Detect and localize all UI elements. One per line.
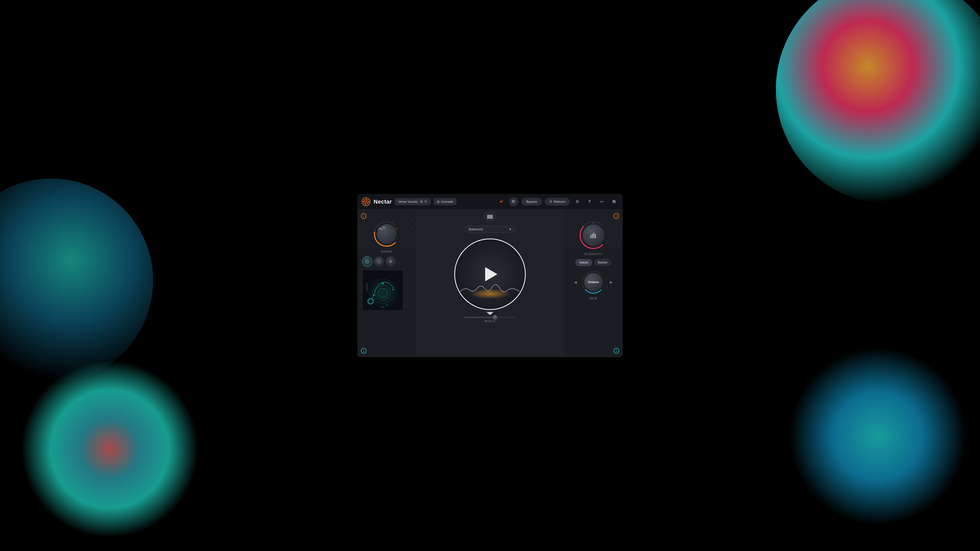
small-buttons-row	[363, 257, 411, 266]
svg-point-20	[389, 261, 390, 262]
slider-fill	[465, 317, 495, 318]
octaves-knob[interactable]: Octaves	[584, 273, 603, 291]
octaves-value: 34 %	[590, 297, 597, 300]
grid-icon: ⊞	[437, 200, 439, 203]
unmask-button[interactable]: ⊞ Unmask	[434, 198, 457, 205]
main-content: i	[357, 210, 623, 357]
center-controls: Balanced ▾	[421, 213, 559, 323]
dropdown-arrow-icon: ▾	[509, 227, 511, 231]
svg-point-3	[501, 200, 503, 202]
settings-small-button[interactable]	[386, 257, 396, 266]
info-dot-bottom-right[interactable]: i	[614, 348, 619, 354]
preset-label: Verse Vocals - N	[398, 200, 423, 203]
logo-icon	[361, 197, 371, 206]
intensity-knob-container: INTENSITY	[578, 220, 609, 256]
bypass-button[interactable]: Bypass	[522, 198, 542, 205]
svg-rect-5	[514, 200, 515, 201]
visualizer-card[interactable]: Intensity Mix	[363, 270, 403, 311]
shape-knob-ring	[372, 220, 401, 248]
info-dot-bottom-left[interactable]: i	[361, 348, 366, 354]
right-panel: i	[564, 210, 623, 357]
play-circle-wrap	[454, 238, 526, 310]
shape-knob[interactable]	[377, 224, 396, 244]
svg-text:Mix: Mix	[381, 306, 384, 308]
preset-button[interactable]: Verse Vocals - N ✎	[395, 198, 430, 205]
decorative-blob-bottom-left	[21, 360, 199, 538]
svg-rect-38	[491, 215, 492, 219]
play-chevron	[487, 312, 493, 315]
svg-point-14	[366, 261, 368, 262]
mode-dropdown[interactable]: Balanced ▾	[465, 225, 515, 233]
center-panel: Balanced ▾	[416, 210, 564, 357]
svg-rect-46	[592, 233, 593, 238]
octaves-next-button[interactable]: ▶	[608, 279, 614, 285]
grid-view-button[interactable]	[509, 197, 518, 206]
intensity-knob[interactable]	[583, 224, 604, 246]
mix-indicator[interactable]	[368, 299, 373, 304]
octaves-knob-label: Octaves	[588, 280, 599, 284]
svg-point-21	[392, 261, 393, 262]
play-glow	[469, 289, 511, 299]
width-slider[interactable]	[465, 317, 515, 318]
decorative-blob-bottom-right	[789, 347, 967, 526]
svg-point-19	[390, 262, 391, 263]
play-icon	[485, 267, 497, 281]
svg-point-28	[382, 283, 383, 284]
svg-line-12	[396, 228, 397, 229]
eq-button[interactable]	[363, 257, 372, 266]
help-button[interactable]: ?	[585, 197, 594, 206]
slider-thumb[interactable]	[493, 315, 497, 320]
svg-point-30	[373, 295, 375, 296]
shape-knob-container: SHAPE	[363, 220, 411, 253]
voice-buttons: Voices Backer	[576, 259, 611, 266]
svg-rect-37	[490, 215, 491, 219]
width-section: WIDTH	[421, 317, 559, 323]
svg-text:Intensity: Intensity	[366, 283, 368, 292]
intensity-knob-ring	[578, 220, 609, 251]
relearn-button[interactable]: ↺ Relearn	[545, 198, 570, 205]
svg-point-16	[378, 261, 380, 262]
left-panel: i	[357, 210, 416, 357]
plugin-window: Nectar Verse Vocals - N ✎ ⊞ Unmask Bypas	[357, 194, 623, 357]
svg-rect-6	[512, 202, 513, 203]
refresh-icon: ↺	[549, 200, 552, 203]
svg-rect-4	[512, 200, 513, 201]
octaves-section: ◀ Octaves ▶ 34 %	[569, 269, 617, 300]
dots-view-button[interactable]	[497, 197, 506, 206]
svg-rect-45	[590, 235, 591, 238]
settings-button[interactable]: ⚙	[573, 197, 582, 206]
ni-button[interactable]: N	[609, 197, 619, 206]
svg-rect-36	[489, 215, 490, 219]
voices-button[interactable]: Voices	[576, 259, 592, 266]
app-title: Nectar	[374, 198, 392, 205]
octaves-row: ◀ Octaves ▶	[573, 269, 614, 295]
svg-rect-47	[593, 233, 594, 238]
play-button[interactable]	[454, 238, 526, 310]
svg-point-29	[392, 289, 393, 290]
width-label: WIDTH	[484, 320, 496, 323]
decorative-blob-left	[0, 179, 153, 383]
edit-icon: ✎	[425, 200, 427, 203]
title-bar: Nectar Verse Vocals - N ✎ ⊞ Unmask Bypas	[357, 194, 623, 210]
svg-rect-39	[492, 215, 493, 219]
svg-point-2	[500, 201, 501, 203]
piano-button[interactable]	[484, 213, 496, 221]
backer-button[interactable]: Backer	[594, 259, 611, 266]
svg-rect-35	[488, 215, 489, 219]
svg-rect-34	[487, 215, 488, 219]
info-dot-top-right[interactable]: i	[614, 213, 619, 219]
svg-rect-7	[514, 202, 515, 203]
info-dot-top-left[interactable]: i	[361, 213, 366, 219]
intensity-label: INTENSITY	[584, 252, 603, 256]
svg-point-31	[386, 304, 387, 305]
mode-label: Balanced	[469, 227, 483, 231]
fx-button[interactable]	[374, 257, 384, 266]
decorative-blob-top-right	[776, 0, 980, 204]
svg-rect-48	[595, 234, 596, 238]
octaves-knob-ring: Octaves	[581, 269, 606, 295]
undo-button[interactable]: ↩	[597, 197, 606, 206]
octaves-prev-button[interactable]: ◀	[573, 279, 579, 285]
shape-label: SHAPE	[381, 250, 393, 253]
svg-point-18	[390, 260, 391, 261]
svg-point-17	[390, 260, 392, 262]
